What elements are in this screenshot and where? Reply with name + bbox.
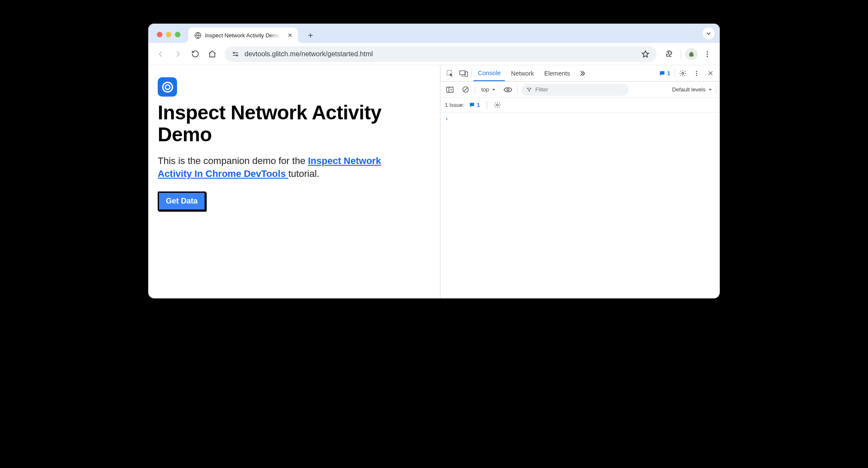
paragraph-text-before: This is the companion demo for the bbox=[158, 155, 308, 166]
devtools-menu-button[interactable] bbox=[691, 67, 703, 79]
page-heading-text: Inspect Network Activity Demo bbox=[158, 102, 431, 145]
filter-icon bbox=[526, 87, 532, 93]
devtools-panel: Console Network Elements 1 bbox=[440, 65, 720, 298]
svg-point-1 bbox=[233, 52, 235, 53]
console-settings-button[interactable] bbox=[492, 99, 504, 111]
devtools-divider bbox=[675, 69, 675, 78]
issues-badge-count: 1 bbox=[667, 70, 670, 76]
svg-point-18 bbox=[497, 104, 498, 106]
paragraph-text-after: tutorial. bbox=[288, 168, 319, 179]
maximize-window-button[interactable] bbox=[175, 32, 180, 37]
console-filter-input[interactable] bbox=[535, 86, 623, 93]
tab-title: Inspect Network Activity Demo bbox=[205, 32, 281, 39]
issues-badge[interactable]: 1 bbox=[659, 70, 670, 77]
svg-rect-9 bbox=[460, 70, 465, 74]
more-tabs-button[interactable] bbox=[576, 67, 588, 79]
bookmark-star-icon[interactable] bbox=[640, 49, 651, 59]
content-area: Inspect Network Activity Demo This is th… bbox=[148, 65, 720, 298]
svg-point-17 bbox=[507, 88, 509, 91]
device-toolbar-button[interactable] bbox=[458, 67, 470, 79]
svg-point-11 bbox=[682, 72, 684, 74]
execution-context-label: top bbox=[481, 86, 489, 93]
tab-list-dropdown[interactable] bbox=[703, 27, 715, 40]
chevron-down-icon bbox=[708, 88, 712, 92]
minimize-window-button[interactable] bbox=[166, 32, 171, 37]
svg-point-6 bbox=[162, 82, 172, 92]
issues-row-badge[interactable]: 1 bbox=[469, 102, 480, 108]
console-output[interactable]: › bbox=[440, 112, 720, 298]
svg-point-12 bbox=[696, 71, 697, 72]
live-expression-button[interactable] bbox=[502, 84, 514, 96]
log-levels-label: Default levels bbox=[672, 86, 706, 93]
page-heading: Inspect Network Activity Demo bbox=[158, 76, 431, 145]
window-controls bbox=[157, 32, 180, 37]
browser-window: Inspect Network Activity Demo bbox=[148, 24, 720, 298]
svg-point-5 bbox=[707, 55, 708, 57]
site-settings-icon[interactable] bbox=[231, 49, 240, 59]
devtools-divider bbox=[716, 85, 716, 94]
reload-button[interactable] bbox=[188, 47, 202, 61]
issues-row-count: 1 bbox=[477, 102, 480, 108]
tab-network[interactable]: Network bbox=[507, 65, 538, 81]
page-paragraph: This is the companion demo for the Inspe… bbox=[158, 155, 416, 180]
svg-point-2 bbox=[236, 55, 238, 56]
browser-menu-button[interactable] bbox=[700, 47, 715, 61]
tab-elements[interactable]: Elements bbox=[540, 65, 574, 81]
profile-avatar[interactable] bbox=[685, 48, 697, 60]
log-levels-selector[interactable]: Default levels bbox=[672, 86, 712, 93]
close-tab-button[interactable] bbox=[287, 32, 293, 39]
devtools-settings-button[interactable] bbox=[677, 67, 689, 79]
issues-row: 1 Issue: 1 bbox=[440, 98, 720, 112]
get-data-button[interactable]: Get Data bbox=[158, 191, 206, 211]
svg-rect-15 bbox=[447, 87, 453, 92]
inspect-element-button[interactable] bbox=[444, 67, 456, 79]
clear-console-button[interactable] bbox=[459, 84, 471, 96]
svg-point-13 bbox=[696, 73, 697, 74]
svg-point-14 bbox=[696, 75, 697, 76]
toolbar-divider bbox=[681, 49, 681, 59]
close-devtools-button[interactable] bbox=[704, 67, 716, 79]
home-button[interactable] bbox=[205, 47, 220, 61]
address-bar[interactable]: devtools.glitch.me/network/getstarted.ht… bbox=[225, 46, 657, 62]
execution-context-selector[interactable]: top bbox=[479, 85, 498, 94]
tab-console[interactable]: Console bbox=[474, 65, 505, 81]
back-button[interactable] bbox=[153, 47, 168, 61]
new-tab-button[interactable] bbox=[305, 29, 317, 41]
close-window-button[interactable] bbox=[157, 32, 162, 37]
svg-point-7 bbox=[165, 85, 170, 89]
browser-toolbar: devtools.glitch.me/network/getstarted.ht… bbox=[148, 43, 720, 65]
devtools-divider bbox=[487, 101, 487, 109]
extensions-button[interactable] bbox=[662, 47, 676, 61]
url-text: devtools.glitch.me/network/getstarted.ht… bbox=[245, 50, 636, 58]
devtools-divider bbox=[517, 85, 518, 94]
svg-point-4 bbox=[707, 53, 708, 55]
globe-icon bbox=[194, 32, 202, 39]
devtools-tab-bar: Console Network Elements 1 bbox=[440, 65, 720, 82]
active-tab[interactable]: Inspect Network Activity Demo bbox=[188, 27, 298, 43]
tab-strip: Inspect Network Activity Demo bbox=[148, 24, 720, 43]
devtools-divider bbox=[471, 69, 472, 78]
svg-point-3 bbox=[707, 51, 708, 52]
toggle-console-sidebar-button[interactable] bbox=[444, 84, 456, 96]
devtools-logo-icon bbox=[158, 77, 177, 97]
console-prompt-icon: › bbox=[444, 115, 449, 122]
console-toolbar: top Default levels bbox=[440, 82, 720, 98]
issues-row-label: 1 Issue: bbox=[445, 102, 465, 108]
chevron-down-icon bbox=[492, 88, 496, 92]
page-viewport: Inspect Network Activity Demo This is th… bbox=[148, 65, 440, 298]
console-filter[interactable] bbox=[521, 84, 629, 96]
forward-button[interactable] bbox=[171, 47, 185, 61]
devtools-divider bbox=[475, 85, 475, 94]
